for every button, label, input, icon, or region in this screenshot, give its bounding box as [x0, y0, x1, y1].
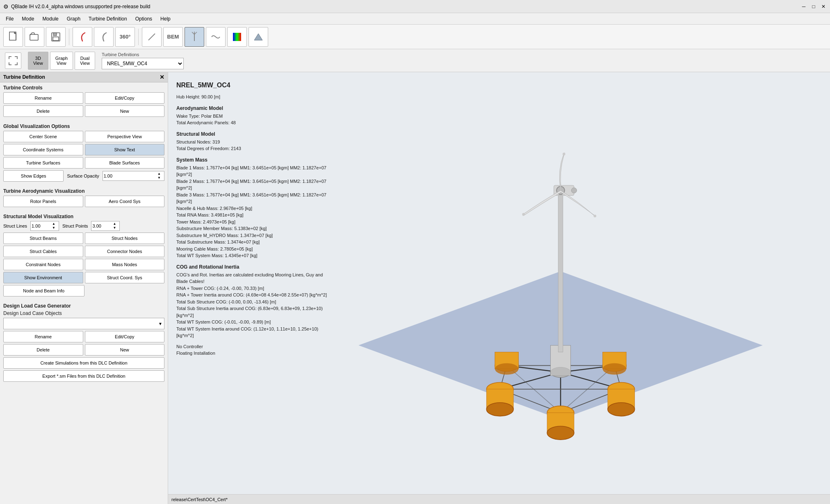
toolbar: 360° BEM — [0, 25, 830, 49]
menu-module[interactable]: Module — [38, 14, 62, 23]
bem-button[interactable]: BEM — [163, 27, 183, 47]
export-sm-button[interactable]: Export *.sm Files from this DLC Definiti… — [3, 370, 164, 382]
save-file-button[interactable] — [46, 27, 66, 47]
panel-title: Turbine Definition — [3, 74, 45, 80]
svg-rect-5 — [53, 33, 57, 36]
struct-lines-down[interactable]: ▼ — [52, 226, 55, 230]
svg-line-7 — [148, 34, 155, 40]
menu-turbine-definition[interactable]: Turbine Definition — [84, 14, 131, 23]
svg-rect-3 — [30, 34, 38, 40]
menu-options[interactable]: Options — [131, 14, 156, 23]
open-file-button[interactable] — [25, 27, 44, 47]
svg-point-48 — [571, 188, 577, 193]
close-button[interactable]: ✕ — [820, 3, 827, 10]
new-dlc-button[interactable]: New — [85, 344, 165, 356]
dlc-combobox-arrow[interactable]: ▼ — [158, 322, 162, 326]
graph-view-button[interactable]: Graph View — [50, 52, 73, 70]
struct-coord-sys-button[interactable]: Struct Coord. Sys — [85, 272, 165, 283]
delete-dlc-button[interactable]: Delete — [3, 344, 83, 356]
connector-nodes-button[interactable]: Connector Nodes — [85, 246, 165, 257]
dlc-row1: Rename Edit/Copy — [0, 330, 168, 343]
new-turbine-button[interactable]: New — [85, 105, 165, 117]
turbine-surfaces-button[interactable]: Turbine Surfaces — [3, 157, 83, 169]
struct-lines-input[interactable] — [32, 223, 52, 228]
new-file-button[interactable] — [3, 27, 23, 47]
mass-nodes-button[interactable]: Mass Nodes — [85, 259, 165, 270]
expand-view-icon[interactable] — [5, 52, 21, 69]
struct-cables-button[interactable]: Struct Cables — [3, 246, 83, 257]
center-scene-button[interactable]: Center Scene — [3, 131, 83, 142]
menu-help[interactable]: Help — [156, 14, 175, 23]
maximize-button[interactable]: □ — [810, 3, 817, 10]
panel-close-button[interactable]: ✕ — [160, 74, 164, 80]
struct-viz-row2: Struct Beams Struct Nodes — [0, 232, 168, 245]
menu-graph[interactable]: Graph — [63, 14, 84, 23]
svg-rect-12 — [233, 33, 241, 41]
rename-turbine-button[interactable]: Rename — [3, 92, 83, 104]
blade-red-button[interactable] — [73, 27, 92, 47]
dual-view-button[interactable]: Dual View — [75, 52, 95, 70]
separator-1 — [69, 29, 69, 45]
edit-copy-turbine-button[interactable]: Edit/Copy — [85, 92, 165, 104]
global-viz-row1: Center Scene Perspective View — [0, 130, 168, 143]
rename-dlc-button[interactable]: Rename — [3, 331, 83, 342]
3d-view-button[interactable]: 3D View — [28, 52, 48, 70]
struct-beams-button[interactable]: Struct Beams — [3, 233, 83, 244]
blade-gray-button[interactable] — [94, 27, 114, 47]
turbine-3d-viewport[interactable] — [291, 72, 830, 504]
main-layout: Turbine Definition ✕ Turbine Controls Re… — [0, 72, 830, 504]
global-viz-row4: Show Edges Surface Opacity ▲ ▼ — [0, 169, 168, 182]
heatmap-button[interactable] — [227, 27, 247, 47]
create-simulations-button[interactable]: Create Simulations from this DLC Definit… — [3, 357, 164, 369]
struct-points-input[interactable] — [92, 223, 113, 228]
edit-line-button[interactable] — [142, 27, 162, 47]
opacity-up-arrow[interactable]: ▲ — [157, 172, 161, 176]
global-viz-title: Global Visualization Options — [0, 121, 168, 130]
struct-viz-row4: Constraint Nodes Mass Nodes — [0, 258, 168, 271]
opacity-down-arrow[interactable]: ▼ — [157, 176, 161, 180]
show-text-button[interactable]: Show Text — [85, 144, 165, 155]
dlc-title: Design Load Case Generator — [0, 301, 168, 310]
svg-point-50 — [563, 153, 565, 155]
status-path: release\CertTest\OC4_Cert* — [171, 497, 228, 502]
struct-lines-label: Struct Lines — [3, 223, 27, 228]
panel-header: Turbine Definition ✕ — [0, 72, 168, 82]
dlc-row2: Delete New — [0, 343, 168, 356]
surface-button[interactable] — [249, 27, 268, 47]
surface-opacity-input[interactable] — [104, 173, 157, 178]
edit-copy-dlc-button[interactable]: Edit/Copy — [85, 331, 165, 342]
left-panel: Turbine Definition ✕ Turbine Controls Re… — [0, 72, 168, 504]
app-title: QBlade IH v2.0.4_alpha windows unsupport… — [11, 4, 150, 9]
menu-bar: File Mode Module Graph Turbine Definitio… — [0, 13, 830, 25]
coordinate-systems-button[interactable]: Coordinate Systems — [3, 144, 83, 155]
struct-points-down[interactable]: ▼ — [113, 226, 116, 230]
rotor-panels-button[interactable]: Rotor Panels — [3, 196, 83, 207]
aero-coord-sys-button[interactable]: Aero Coord Sys — [85, 196, 165, 207]
svg-point-51 — [522, 213, 525, 216]
dlc-combobox-input[interactable] — [5, 321, 158, 326]
turbine-definitions-select[interactable]: NREL_5MW_OC4 — [102, 58, 184, 69]
show-environment-button[interactable]: Show Environment — [3, 272, 83, 283]
blade-surfaces-button[interactable]: Blade Surfaces — [85, 157, 165, 169]
node-beam-info-button[interactable]: Node and Beam Info — [3, 285, 84, 296]
turbine-controls-row2: Delete New — [0, 105, 168, 118]
360-button[interactable]: 360° — [115, 27, 135, 47]
struct-lines-up[interactable]: ▲ — [52, 222, 55, 226]
minimize-button[interactable]: ─ — [800, 3, 807, 10]
struct-nodes-button[interactable]: Struct Nodes — [85, 233, 165, 244]
menu-mode[interactable]: Mode — [18, 14, 38, 23]
aero-viz-row1: Rotor Panels Aero Coord Sys — [0, 195, 168, 208]
view-controls: 3D View Graph View Dual View Turbine Def… — [0, 49, 830, 72]
constraint-nodes-button[interactable]: Constraint Nodes — [3, 259, 83, 270]
perspective-view-button[interactable]: Perspective View — [85, 131, 165, 142]
struct-points-up[interactable]: ▲ — [113, 222, 116, 226]
menu-file[interactable]: File — [2, 14, 18, 23]
turbine-active-button[interactable] — [185, 27, 204, 47]
wave-button[interactable] — [206, 27, 226, 47]
svg-rect-6 — [53, 37, 59, 41]
delete-turbine-button[interactable]: Delete — [3, 105, 83, 117]
struct-viz-title: Structural Model Visualization — [0, 211, 168, 220]
struct-viz-spinboxes: Struct Lines ▲ ▼ Struct Points ▲ ▼ — [0, 220, 168, 232]
show-edges-button[interactable]: Show Edges — [3, 170, 64, 182]
turbine-3d-svg — [291, 72, 830, 504]
